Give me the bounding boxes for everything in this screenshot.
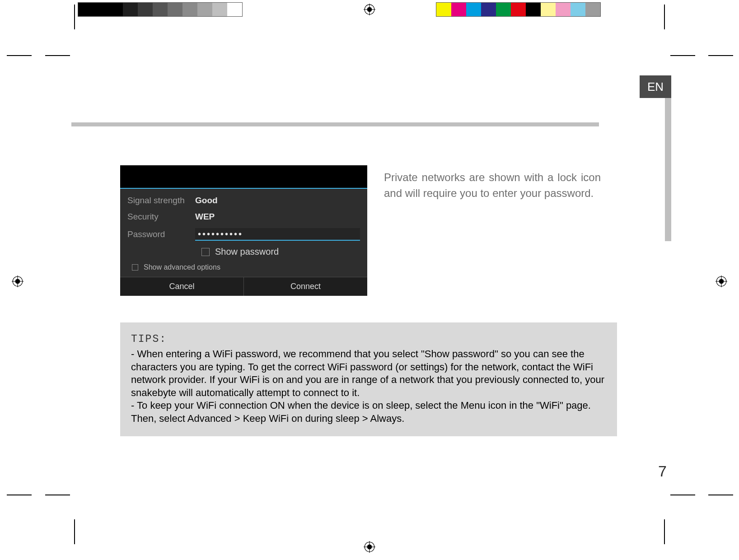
tips-item-1: - When entering a WiFi password, we reco… bbox=[131, 348, 606, 399]
color-swatch bbox=[227, 3, 242, 16]
wifi-connect-dialog: Signal strength Good Security WEP Passwo… bbox=[120, 165, 367, 296]
show-password-row[interactable]: Show password bbox=[127, 247, 360, 257]
page-number: 7 bbox=[658, 462, 667, 480]
color-swatch bbox=[466, 3, 481, 16]
show-advanced-row[interactable]: Show advanced options bbox=[127, 262, 360, 276]
crop-mark bbox=[708, 55, 733, 56]
color-swatch bbox=[108, 3, 123, 16]
signal-strength-value: Good bbox=[195, 196, 218, 205]
color-swatch bbox=[153, 3, 168, 16]
color-swatch bbox=[481, 3, 496, 16]
color-swatch bbox=[93, 3, 108, 16]
signal-strength-label: Signal strength bbox=[127, 196, 195, 205]
color-swatch bbox=[496, 3, 511, 16]
color-swatch bbox=[571, 3, 585, 16]
tips-item-2: - To keep your WiFi connection ON when t… bbox=[131, 399, 606, 425]
registration-mark-icon bbox=[364, 4, 375, 15]
crop-mark bbox=[45, 495, 70, 495]
security-row: Security WEP bbox=[127, 209, 360, 225]
dialog-header bbox=[120, 165, 367, 189]
crop-mark bbox=[708, 495, 733, 495]
color-swatch bbox=[541, 3, 556, 16]
color-swatch bbox=[212, 3, 227, 16]
tips-heading: TIPS: bbox=[131, 333, 606, 345]
color-swatch bbox=[526, 3, 541, 16]
show-advanced-label: Show advanced options bbox=[144, 263, 220, 271]
language-tab: EN bbox=[640, 75, 671, 98]
color-swatch bbox=[511, 3, 526, 16]
colorbar-color bbox=[436, 2, 601, 17]
color-swatch bbox=[168, 3, 182, 16]
color-swatch bbox=[78, 3, 93, 16]
show-password-label: Show password bbox=[215, 247, 279, 257]
crop-mark bbox=[664, 5, 665, 29]
crop-mark bbox=[74, 519, 75, 544]
color-swatch bbox=[123, 3, 138, 16]
crop-mark bbox=[7, 55, 32, 56]
crop-mark bbox=[45, 55, 70, 56]
crop-mark bbox=[664, 519, 665, 544]
security-value: WEP bbox=[195, 212, 215, 222]
registration-mark-icon bbox=[12, 275, 23, 287]
color-swatch bbox=[197, 3, 212, 16]
password-row: Password •••••••••• bbox=[127, 225, 360, 244]
colorbar-grayscale bbox=[78, 2, 243, 17]
cancel-button[interactable]: Cancel bbox=[120, 277, 244, 296]
crop-mark bbox=[74, 5, 75, 29]
color-swatch bbox=[585, 3, 600, 16]
checkbox-icon[interactable] bbox=[201, 248, 210, 256]
crop-mark bbox=[670, 495, 695, 495]
signal-strength-row: Signal strength Good bbox=[127, 192, 360, 209]
crop-mark bbox=[7, 495, 32, 495]
color-swatch bbox=[451, 3, 466, 16]
color-swatch bbox=[436, 3, 451, 16]
color-swatch bbox=[182, 3, 197, 16]
body-paragraph: Private networks are shown with a lock i… bbox=[384, 170, 601, 201]
color-swatch bbox=[556, 3, 571, 16]
connect-button[interactable]: Connect bbox=[244, 277, 367, 296]
registration-mark-icon bbox=[716, 275, 727, 287]
color-swatch bbox=[138, 3, 153, 16]
password-label: Password bbox=[127, 229, 195, 239]
dialog-actions: Cancel Connect bbox=[120, 277, 367, 296]
tips-box: TIPS: - When entering a WiFi password, w… bbox=[120, 322, 617, 436]
security-label: Security bbox=[127, 212, 195, 222]
checkbox-icon[interactable] bbox=[132, 264, 138, 271]
crop-mark bbox=[670, 55, 695, 56]
section-rule bbox=[71, 122, 599, 126]
side-thumb-index bbox=[665, 75, 671, 241]
password-input[interactable]: •••••••••• bbox=[195, 228, 360, 241]
registration-mark-icon bbox=[364, 541, 375, 553]
